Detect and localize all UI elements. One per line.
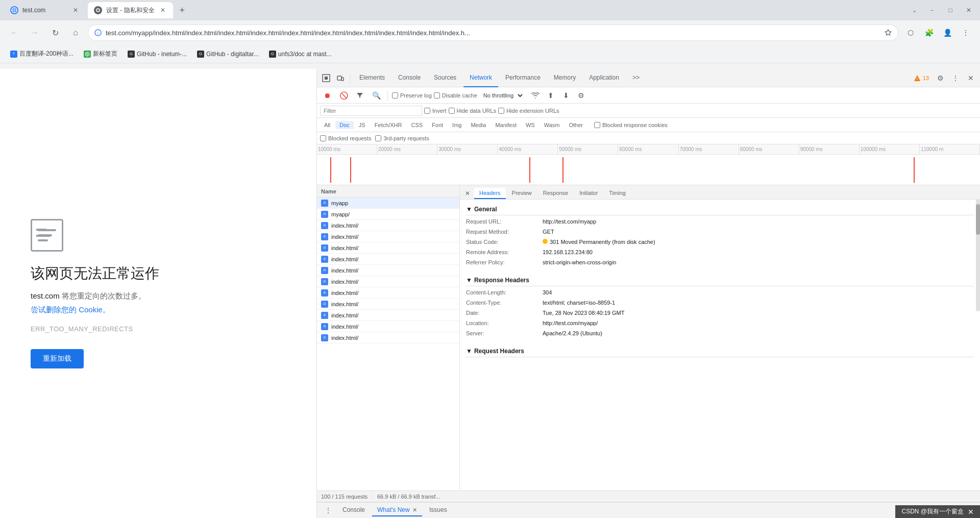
- devtools-tab-memory[interactable]: Memory: [548, 69, 582, 87]
- type-font[interactable]: Font: [428, 121, 447, 129]
- export-har-btn[interactable]: ⬇: [559, 88, 573, 103]
- search-network-button[interactable]: 🔍: [369, 88, 383, 103]
- request-headers-title[interactable]: ▼ Request Headers: [466, 346, 974, 357]
- tab-testcom[interactable]: test.com ✕: [4, 2, 86, 18]
- clear-button[interactable]: 🚫: [336, 88, 351, 103]
- device-toggle-button[interactable]: [333, 71, 348, 85]
- import-har-btn[interactable]: ⬆: [544, 88, 558, 103]
- network-settings-btn[interactable]: ⚙: [574, 88, 589, 103]
- preserve-log-checkbox[interactable]: Preserve log: [392, 92, 432, 98]
- type-img[interactable]: Img: [448, 121, 465, 129]
- type-manifest[interactable]: Manifest: [491, 121, 521, 129]
- filter-button[interactable]: [353, 88, 367, 103]
- details-close-button[interactable]: ✕: [462, 188, 473, 199]
- menu-icon[interactable]: ⋮: [958, 24, 974, 41]
- type-media[interactable]: Media: [467, 121, 490, 129]
- inspect-element-button[interactable]: [319, 71, 333, 85]
- general-section-title[interactable]: ▼ General: [466, 204, 974, 215]
- back-button[interactable]: ←: [6, 24, 22, 41]
- throttle-select[interactable]: No throttling: [479, 91, 524, 100]
- record-button[interactable]: ⏺: [320, 88, 334, 103]
- forward-button[interactable]: →: [27, 24, 43, 41]
- details-tab-headers[interactable]: Headers: [474, 188, 506, 199]
- console-tab-issues[interactable]: Issues: [424, 504, 452, 516]
- blocked-requests-checkbox[interactable]: Blocked requests: [320, 135, 371, 141]
- csdn-close-button[interactable]: ✕: [968, 508, 974, 516]
- devtools-tab-performance[interactable]: Performance: [499, 69, 547, 87]
- blocked-cookies-checkbox[interactable]: Blocked response cookies: [594, 122, 668, 128]
- type-ws[interactable]: WS: [522, 121, 539, 129]
- details-tab-timing[interactable]: Timing: [604, 188, 631, 199]
- reload-button[interactable]: 重新加载: [31, 349, 84, 368]
- close-window-button[interactable]: ✕: [962, 3, 976, 17]
- bookmark-baidu[interactable]: T 百度翻译-200种语...: [6, 47, 78, 60]
- type-other[interactable]: Other: [565, 121, 587, 129]
- network-row-index-11[interactable]: ≡ index.html/: [317, 332, 459, 343]
- network-row-index-9[interactable]: ≡ index.html/: [317, 310, 459, 321]
- bookmark-newtab[interactable]: 新标签页: [80, 47, 121, 60]
- console-tab-whatsnew[interactable]: What's New ✕: [372, 504, 422, 516]
- tab-close-1[interactable]: ✕: [71, 6, 80, 14]
- tab-close-2[interactable]: ✕: [159, 6, 167, 14]
- third-party-input[interactable]: [375, 135, 381, 141]
- details-tab-initiator[interactable]: Initiator: [574, 188, 603, 199]
- network-row-myapp[interactable]: ≡ myapp: [317, 198, 459, 209]
- console-menu-btn[interactable]: ⋮: [321, 503, 335, 517]
- network-row-index-8[interactable]: ≡ index.html/: [317, 299, 459, 310]
- devtools-tab-application[interactable]: Application: [583, 69, 625, 87]
- network-row-index-2[interactable]: ≡ index.html/: [317, 231, 459, 242]
- hide-ext-urls-checkbox[interactable]: Hide extension URLs: [498, 108, 559, 114]
- address-bar[interactable]: i test.com/myapp/index.html/index.html/i…: [88, 24, 898, 41]
- hide-data-urls-checkbox[interactable]: Hide data URLs: [449, 108, 497, 114]
- type-fetch-xhr[interactable]: Fetch/XHR: [371, 121, 406, 129]
- warning-badge[interactable]: ! 13: [911, 75, 932, 82]
- invert-input[interactable]: [424, 108, 430, 114]
- details-tab-preview[interactable]: Preview: [507, 188, 537, 199]
- disable-cache-input[interactable]: [434, 92, 440, 98]
- bookmark-github3[interactable]: G unfs3/doc at mast...: [265, 48, 336, 60]
- network-row-index-10[interactable]: ≡ index.html/: [317, 321, 459, 332]
- network-row-index-6[interactable]: ≡ index.html/: [317, 276, 459, 287]
- cast-icon[interactable]: ⬡: [902, 24, 919, 41]
- type-wasm[interactable]: Wasm: [540, 121, 564, 129]
- new-tab-button[interactable]: +: [175, 3, 189, 17]
- refresh-button[interactable]: ↻: [47, 24, 63, 41]
- network-row-index-5[interactable]: ≡ index.html/: [317, 265, 459, 276]
- minimize-button[interactable]: －: [925, 3, 939, 17]
- devtools-tab-sources[interactable]: Sources: [428, 69, 462, 87]
- devtools-more-button[interactable]: ⋮: [948, 71, 963, 85]
- network-row-myapp-slash[interactable]: ≡ myapp/: [317, 209, 459, 220]
- devtools-tab-more[interactable]: >>: [626, 69, 646, 87]
- wifi-icon-btn[interactable]: [528, 88, 543, 103]
- devtools-tab-elements[interactable]: Elements: [353, 69, 391, 87]
- type-doc[interactable]: Doc: [335, 121, 354, 129]
- invert-checkbox[interactable]: Invert: [424, 108, 447, 114]
- network-list-body[interactable]: ≡ myapp ≡ myapp/ ≡ index.html/ ≡ index.h…: [317, 198, 459, 490]
- bookmark-github2[interactable]: G GitHub - digitaltar...: [193, 48, 263, 60]
- network-row-index-3[interactable]: ≡ index.html/: [317, 242, 459, 254]
- bookmark-github1[interactable]: G GitHub - inetum-...: [124, 48, 191, 60]
- filter-input[interactable]: [320, 106, 422, 116]
- home-button[interactable]: ⌂: [67, 24, 84, 41]
- tab-list-btn[interactable]: ⌄: [912, 7, 917, 14]
- disable-cache-checkbox[interactable]: Disable cache: [434, 92, 477, 98]
- details-tab-response[interactable]: Response: [538, 188, 574, 199]
- blocked-cookies-input[interactable]: [594, 122, 600, 128]
- network-row-index-7[interactable]: ≡ index.html/: [317, 287, 459, 299]
- blocked-requests-input[interactable]: [320, 135, 326, 141]
- extensions-icon[interactable]: 🧩: [921, 24, 937, 41]
- network-row-index-4[interactable]: ≡ index.html/: [317, 254, 459, 265]
- type-js[interactable]: JS: [355, 121, 370, 129]
- console-tab-console[interactable]: Console: [337, 504, 370, 516]
- hide-data-urls-input[interactable]: [449, 108, 455, 114]
- delete-cookie-link[interactable]: 尝试删除您的 Cookie。: [31, 305, 110, 315]
- type-css[interactable]: CSS: [407, 121, 427, 129]
- devtools-tab-console[interactable]: Console: [392, 69, 427, 87]
- network-row-index-1[interactable]: ≡ index.html/: [317, 220, 459, 231]
- devtools-close-button[interactable]: ✕: [964, 71, 978, 85]
- devtools-tab-network[interactable]: Network: [463, 69, 498, 87]
- preserve-log-input[interactable]: [392, 92, 398, 98]
- tab-settings[interactable]: 设置 - 隐私和安全 ✕: [88, 2, 173, 18]
- hide-ext-urls-input[interactable]: [498, 108, 504, 114]
- maximize-button[interactable]: □: [943, 3, 958, 17]
